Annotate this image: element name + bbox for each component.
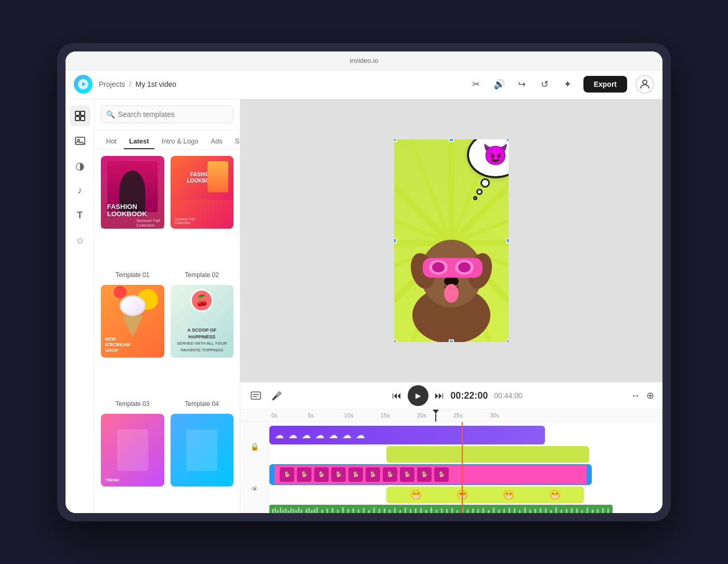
svg-rect-97 xyxy=(514,508,515,513)
timeline-area: 0s 5s 10s 15s 20s 25s 30s xyxy=(240,409,662,513)
redo-icon[interactable]: ↪ xyxy=(515,77,529,91)
mic-icon[interactable]: 🎤 xyxy=(269,388,284,403)
list-item[interactable]: NEWICECREAMSHOP Template 03 xyxy=(101,285,164,408)
track-handle-right[interactable] xyxy=(587,465,591,484)
svg-rect-114 xyxy=(602,508,604,513)
track-sidebar: 🔒 👁 xyxy=(240,422,269,513)
svg-rect-62 xyxy=(332,508,333,513)
list-item[interactable]: FASHIONLOOKBOOK Summer FallCollection Te… xyxy=(101,156,164,279)
template-label: Template 01 xyxy=(101,271,164,279)
sidebar-item-text[interactable]: T xyxy=(70,205,90,226)
breadcrumb-separator: / xyxy=(129,80,132,88)
svg-rect-98 xyxy=(519,510,521,513)
sidebar-item-effects[interactable]: ◑ xyxy=(70,155,90,176)
track-pink[interactable]: 🐕 🐕 🐕 🐕 🐕 🐕 🐕 🐕 🐕 🐕 xyxy=(269,464,662,485)
svg-rect-65 xyxy=(347,509,349,513)
search-input[interactable] xyxy=(101,106,233,123)
svg-rect-48 xyxy=(285,508,287,513)
svg-rect-104 xyxy=(550,510,552,513)
svg-rect-47 xyxy=(282,509,284,513)
svg-rect-75 xyxy=(399,510,401,513)
svg-rect-95 xyxy=(503,509,505,513)
header: Projects / My 1st video ✂ 🔊 ↪ ↺ ✦ Export xyxy=(66,70,662,99)
track-thumbnail: 🐕 xyxy=(366,467,380,482)
svg-rect-53 xyxy=(298,507,300,513)
track-handle-left[interactable] xyxy=(270,465,275,484)
svg-rect-51 xyxy=(293,509,294,513)
magic-icon[interactable]: ✦ xyxy=(561,77,575,91)
svg-rect-76 xyxy=(405,507,406,513)
list-item[interactable]: FASHIONLOOKBOOK Summer FallCollection Te… xyxy=(171,156,234,279)
breadcrumb-current: My 1st video xyxy=(135,80,176,88)
tab-intro-logo[interactable]: Intro & Logo xyxy=(157,134,204,149)
svg-rect-115 xyxy=(607,508,609,513)
refresh-icon[interactable]: ↺ xyxy=(538,77,552,91)
svg-rect-69 xyxy=(368,510,370,513)
template-label: Template 04 xyxy=(171,400,234,408)
svg-rect-94 xyxy=(498,509,500,513)
svg-rect-68 xyxy=(363,508,365,513)
svg-rect-57 xyxy=(311,510,313,513)
scissors-icon[interactable]: ✂ xyxy=(469,77,484,91)
track-yellow[interactable] xyxy=(269,446,662,463)
svg-rect-45 xyxy=(277,510,279,513)
breadcrumb-projects[interactable]: Projects xyxy=(99,80,125,88)
ruler-mark: 30s xyxy=(490,412,526,418)
sidebar-item-templates[interactable] xyxy=(70,106,90,126)
skip-prev-button[interactable]: ⏮ xyxy=(392,390,401,401)
svg-rect-71 xyxy=(379,509,380,513)
captions-icon[interactable] xyxy=(249,388,263,403)
ruler-mark: 0s xyxy=(271,412,308,418)
ruler-playhead xyxy=(433,410,439,422)
audio-playhead xyxy=(462,505,463,513)
svg-rect-92 xyxy=(488,510,489,513)
svg-rect-78 xyxy=(415,508,417,513)
track-emoji[interactable]: 😁 😁 😁 😁 xyxy=(269,487,662,503)
svg-rect-89 xyxy=(472,508,474,513)
time-total: 00:44:00 xyxy=(494,391,523,400)
svg-rect-70 xyxy=(373,507,375,513)
svg-rect-67 xyxy=(358,509,359,513)
lock-icon[interactable]: 🔒 xyxy=(250,442,259,451)
track-purple[interactable]: ☁ ☁ ☁ ☁ ☁ ☁ ☁ xyxy=(269,426,662,444)
user-avatar[interactable] xyxy=(635,75,654,94)
audio-waveform xyxy=(269,506,613,513)
volume-icon[interactable]: 🔊 xyxy=(492,77,506,91)
playback-right-controls: ↔ ⊕ xyxy=(631,390,654,401)
svg-rect-91 xyxy=(483,508,484,513)
svg-rect-54 xyxy=(301,509,302,513)
svg-rect-58 xyxy=(314,509,315,513)
track-audio[interactable] xyxy=(269,505,662,513)
sidebar-item-music[interactable]: ♪ xyxy=(70,180,90,201)
tracks-content: ☁ ☁ ☁ ☁ ☁ ☁ ☁ xyxy=(269,422,662,513)
svg-rect-6 xyxy=(81,116,85,121)
expand-icon[interactable]: ↔ xyxy=(631,390,640,401)
title-bar: invideo.io xyxy=(66,51,662,70)
track-thumbnail: 🐕 xyxy=(383,467,397,482)
tab-slides[interactable]: Sli... xyxy=(230,134,240,149)
svg-rect-83 xyxy=(441,508,443,513)
templates-panel: 🔍 Hot Latest Intro & Logo Ads Sli... xyxy=(95,99,240,513)
svg-rect-96 xyxy=(509,508,510,513)
list-item[interactable]: TREND Template 05 xyxy=(101,414,164,513)
window-title: invideo.io xyxy=(350,57,379,64)
svg-rect-90 xyxy=(477,509,479,513)
svg-rect-112 xyxy=(592,509,593,513)
zoom-icon[interactable]: ⊕ xyxy=(646,390,654,401)
tab-hot[interactable]: Hot xyxy=(101,134,122,149)
sidebar-item-media[interactable] xyxy=(70,130,90,151)
export-button[interactable]: Export xyxy=(583,76,627,93)
skip-next-button[interactable]: ⏭ xyxy=(435,390,444,401)
svg-rect-72 xyxy=(384,508,385,513)
play-button[interactable]: ▶ xyxy=(408,385,428,406)
sidebar-item-favorites[interactable]: ☆ xyxy=(70,230,90,251)
svg-rect-82 xyxy=(436,509,437,513)
track-thumbnail: 🐕 xyxy=(348,467,363,482)
svg-rect-49 xyxy=(288,510,289,513)
eye-icon[interactable]: 👁 xyxy=(251,485,258,493)
tab-ads[interactable]: Ads xyxy=(205,134,227,149)
svg-rect-84 xyxy=(446,509,448,513)
tab-latest[interactable]: Latest xyxy=(124,134,154,149)
list-item[interactable]: 🍒 A SCOOP OFHAPPINESSServed with all you… xyxy=(171,285,234,408)
list-item[interactable]: Template 06 xyxy=(171,414,234,513)
